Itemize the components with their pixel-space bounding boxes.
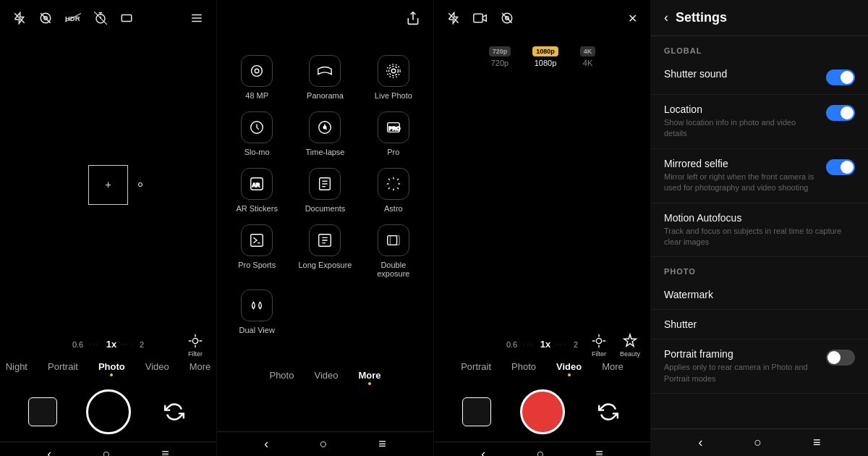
- mode-portrait-video[interactable]: Portrait: [458, 360, 494, 378]
- mode-photo-more[interactable]: Photo: [266, 368, 297, 387]
- more-item-48mp[interactable]: 48 MP: [229, 55, 285, 100]
- mode-more[interactable]: More: [187, 360, 214, 378]
- nav-bar-more: ‹ ○ ≡: [217, 431, 433, 456]
- res-4k[interactable]: 4K 4K: [580, 46, 596, 67]
- shutter-sound-title: Shutter sound: [664, 68, 819, 80]
- top-bar-main: HDR: [0, 0, 216, 36]
- more-item-ar[interactable]: AR AR Stickers: [229, 168, 285, 213]
- hdr-icon[interactable]: HDR: [65, 12, 81, 25]
- svg-text:AR: AR: [252, 182, 260, 188]
- flash-icon[interactable]: [13, 12, 26, 25]
- video-stabilize-icon[interactable]: [501, 12, 514, 25]
- settings-scroll[interactable]: GLOBAL Shutter sound Location Show locat…: [651, 36, 868, 423]
- mode-video[interactable]: Video: [142, 360, 172, 378]
- more-item-documents[interactable]: Documents: [297, 168, 353, 213]
- mode-photo-video[interactable]: Photo: [509, 360, 539, 378]
- nav-back-settings[interactable]: ‹: [698, 435, 702, 450]
- nav-recents-more[interactable]: ≡: [378, 436, 386, 452]
- shutter-button[interactable]: [86, 389, 131, 434]
- dualview-icon: [241, 290, 273, 321]
- res-badge-1080p: 1080p: [532, 46, 558, 56]
- nav-recents-settings[interactable]: ≡: [813, 435, 821, 450]
- nav-back-main[interactable]: ‹: [47, 447, 51, 456]
- nav-home-more[interactable]: ○: [320, 436, 328, 452]
- settings-back-button[interactable]: ‹: [664, 10, 668, 25]
- more-item-timelapse[interactable]: Time-lapse: [297, 111, 353, 156]
- nav-back-more[interactable]: ‹: [264, 436, 268, 452]
- mode-portrait[interactable]: Portrait: [45, 360, 81, 378]
- livephoto-label: Live Photo: [375, 91, 412, 100]
- nav-recents-main[interactable]: ≡: [161, 447, 169, 456]
- more-item-panorama[interactable]: Panorama: [297, 55, 353, 100]
- camera-flip-video[interactable]: [594, 397, 623, 426]
- res-720p[interactable]: 720p 720p: [489, 46, 511, 67]
- more-item-prosports[interactable]: Pro Sports: [229, 224, 285, 278]
- filter-label: Filter: [188, 350, 203, 358]
- mode-more-active[interactable]: More: [355, 368, 383, 387]
- portrait-framing-toggle[interactable]: [826, 350, 855, 366]
- svg-line-38: [388, 187, 390, 189]
- more-item-longexposure[interactable]: Long Exposure: [297, 224, 353, 278]
- motion-autofocus-desc: Track and focus on subjects in real time…: [664, 226, 855, 248]
- nav-home-settings[interactable]: ○: [754, 435, 762, 450]
- modes-bar-video: Portrait Photo Video More: [434, 355, 650, 382]
- modes-row-more: Photo Video More: [217, 364, 433, 391]
- zoom-2-video[interactable]: 2: [574, 340, 578, 349]
- location-toggle[interactable]: [826, 105, 855, 121]
- mode-video-more[interactable]: Video: [311, 368, 341, 387]
- zoom-06[interactable]: 0.6: [72, 340, 83, 349]
- video-flash-icon[interactable]: [447, 12, 460, 25]
- more-item-pro[interactable]: PRO Pro: [365, 111, 422, 156]
- menu-icon[interactable]: [190, 12, 203, 25]
- prosports-label: Pro Sports: [238, 261, 276, 269]
- zoom-1x-video[interactable]: 1x: [540, 339, 550, 350]
- settings-shutter-sound: Shutter sound: [651, 59, 868, 95]
- shutter-sound-toggle[interactable]: [826, 69, 855, 85]
- mode-more-video[interactable]: More: [599, 360, 626, 378]
- svg-point-17: [391, 69, 396, 73]
- res-label-1080p: 1080p: [535, 59, 557, 67]
- camera-flip-button[interactable]: [160, 397, 189, 426]
- mode-video-active[interactable]: Video: [553, 360, 584, 378]
- gallery-thumb[interactable]: [28, 397, 57, 426]
- video-mode-icon[interactable]: [473, 12, 488, 25]
- more-item-dualview[interactable]: Dual View: [229, 290, 285, 334]
- livephoto-icon: [378, 55, 409, 87]
- zoom-2[interactable]: 2: [140, 340, 144, 349]
- nav-home-video[interactable]: ○: [537, 447, 545, 456]
- video-close-icon[interactable]: ✕: [628, 12, 637, 25]
- more-item-astro[interactable]: Astro: [365, 168, 422, 213]
- timer-icon[interactable]: [94, 12, 107, 25]
- gallery-thumb-video[interactable]: [462, 397, 491, 426]
- svg-rect-44: [474, 14, 483, 22]
- zoom-1x[interactable]: 1x: [106, 339, 116, 350]
- nav-back-video[interactable]: ‹: [481, 447, 485, 456]
- svg-line-35: [388, 179, 390, 180]
- stabilize-icon[interactable]: [39, 12, 52, 25]
- slomo-icon: [241, 111, 273, 143]
- filter-button[interactable]: Filter: [187, 333, 203, 358]
- more-item-doubleexposure[interactable]: Double exposure: [365, 224, 422, 278]
- more-item-slomo[interactable]: Slo-mo: [229, 111, 285, 156]
- more-item-livephoto[interactable]: Live Photo: [365, 55, 422, 100]
- mirrored-selfie-toggle[interactable]: [826, 159, 855, 175]
- nav-home-main[interactable]: ○: [103, 447, 111, 456]
- filter-btn-video[interactable]: Filter: [591, 333, 607, 358]
- share-icon[interactable]: [406, 11, 420, 25]
- shutter-sound-text: Shutter sound: [664, 68, 819, 80]
- res-label-4k: 4K: [583, 59, 592, 67]
- focus-area: +: [88, 165, 128, 205]
- aspect-ratio-icon[interactable]: [120, 12, 133, 25]
- beauty-btn-video[interactable]: Beauty: [620, 333, 640, 358]
- location-desc: Show location info in photo and video de…: [664, 117, 819, 140]
- res-badge-4k: 4K: [580, 46, 596, 56]
- res-1080p[interactable]: 1080p 1080p: [532, 46, 558, 67]
- record-button[interactable]: [520, 389, 565, 434]
- mirrored-selfie-text: Mirrored selfie Mirror left or right whe…: [664, 158, 819, 194]
- mode-night[interactable]: Night: [3, 360, 30, 378]
- mode-photo[interactable]: Photo: [95, 360, 128, 378]
- zoom-06-video[interactable]: 0.6: [506, 340, 517, 349]
- zoom-dots-left-video: ···: [523, 341, 535, 347]
- nav-recents-video[interactable]: ≡: [595, 447, 603, 456]
- nav-bar-video: ‹ ○ ≡: [434, 442, 650, 456]
